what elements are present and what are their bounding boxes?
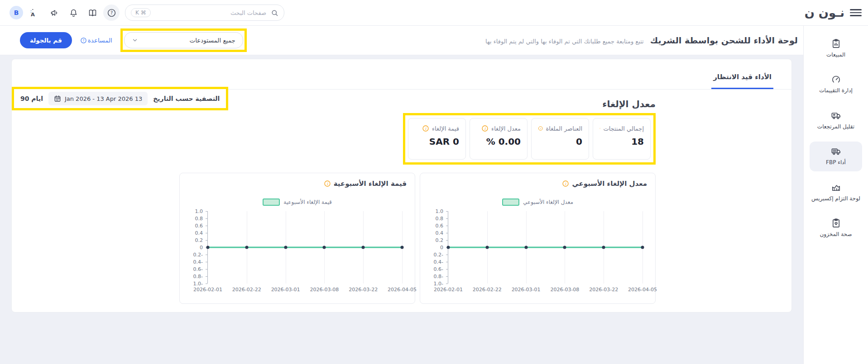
take-tour-button[interactable]: قم بالجولة — [20, 32, 72, 48]
announcements-icon-button[interactable] — [46, 5, 62, 21]
chart-title: قيمة الإلغاء الأسبوعية — [334, 180, 407, 188]
translate-icon: xA — [31, 8, 40, 18]
bell-icon — [69, 8, 78, 18]
sidebar-item-sales[interactable]: المبيعات — [810, 34, 862, 63]
stat-label: إجمالي المنتجات — [603, 125, 644, 132]
sidebar-item-label: تقليل المرتجعات — [817, 123, 854, 131]
tab-row: الأداء قيد الانتظار — [12, 59, 791, 90]
tour-highlight-dropdown: جميع المستودعات — [120, 28, 247, 52]
svg-text:i: i — [540, 127, 542, 130]
sidebar-item-fbp-performance[interactable]: أداء FBP — [810, 142, 862, 171]
chart-weekly-cancellation-rate: معدل الإلغاء الأسبوعي i معدل الإلغاء الأ… — [420, 173, 656, 304]
legend-swatch — [502, 199, 519, 206]
user-avatar[interactable]: B — [10, 6, 23, 19]
tab-pending-performance[interactable]: الأداء قيد الانتظار — [711, 73, 773, 89]
question-circle-icon: ? — [80, 37, 87, 44]
cancellation-section: معدل الإلغاء التصفية حسب التاريخ 13 Jan … — [12, 90, 791, 109]
days-count-badge: 90 ايام — [20, 95, 43, 102]
help-circle-icon: ? — [107, 8, 116, 18]
svg-text:i: i — [425, 127, 427, 131]
chart-body: 1.00.80.60.40.20-0.2-0.4-0.6-0.8-1.0 202… — [188, 211, 407, 298]
topbar: ن نـون K ⌘ ? xA B — [0, 0, 868, 26]
chart-yaxis: 1.00.80.60.40.20-0.2-0.4-0.6-0.8-1.0 — [428, 211, 448, 284]
title-group: لوحة الأداء للشحن بواسطة الشريك تتبع ومت… — [485, 35, 798, 45]
tour-highlight-date-filter: التصفية حسب التاريخ 13 Jan 2026 - 13 Apr… — [12, 87, 228, 110]
sidebar-item-reviews[interactable]: إدارة التقييمات — [810, 70, 862, 99]
stat-value: SAR 0 — [415, 136, 459, 147]
info-icon[interactable]: i — [422, 125, 429, 132]
chart-legend: قيمة الإلغاء الأسبوعية — [188, 199, 407, 206]
stat-value: 18 — [599, 136, 644, 147]
sidebar-item-express-commitment[interactable]: لوحة التزام إكسبريس — [810, 178, 862, 207]
chart-plot: 2026-02-012026-02-222026-03-012026-03-08… — [208, 211, 402, 284]
sidebar-item-label: لوحة التزام إكسبريس — [811, 195, 860, 203]
stat-card-total-products: إجمالي المنتجات i 18 — [593, 118, 651, 160]
date-range-button[interactable]: 13 Jan 2026 - 13 Apr 2026 — [48, 92, 148, 105]
stat-card-cancellation-rate: معدل الإلغاء i % 0.00 — [470, 118, 528, 160]
chart-body: 1.00.80.60.40.20-0.2-0.4-0.6-0.8-1.0 202… — [428, 211, 647, 298]
sidebar-item-label: أداء FBP — [826, 159, 846, 166]
help-link[interactable]: المساعدة ? — [80, 37, 112, 44]
truck-icon — [831, 146, 841, 156]
truck-return-icon — [831, 110, 841, 121]
shell: المبيعات إدارة التقييمات تقليل المرتجعات… — [0, 26, 868, 364]
chevron-down-icon — [132, 37, 138, 43]
tour-highlight-stats: إجمالي المنتجات i 18 العناصر الملغاة i 0 — [403, 113, 656, 165]
info-icon[interactable]: i — [599, 125, 600, 132]
info-icon[interactable]: i — [562, 180, 569, 187]
stat-label: معدل الإلغاء — [491, 125, 521, 132]
warehouse-dropdown[interactable]: جميع المستودعات — [124, 32, 243, 48]
sidebar-item-returns[interactable]: تقليل المرتجعات — [810, 106, 862, 135]
date-filter-label: التصفية حسب التاريخ — [153, 95, 220, 102]
hamburger-menu-icon[interactable] — [850, 8, 862, 18]
stat-card-cancellation-value: قيمة الإلغاء i SAR 0 — [408, 118, 466, 160]
chart-legend-label: قيمة الإلغاء الأسبوعية — [283, 199, 332, 205]
date-range-value: 13 Jan 2026 - 13 Apr 2026 — [65, 95, 142, 102]
sidebar-item-label: إدارة التقييمات — [819, 87, 853, 95]
svg-text:?: ? — [82, 38, 84, 43]
clipboard-chart-icon — [831, 38, 841, 49]
svg-text:A: A — [31, 11, 35, 18]
performance-panel: الأداء قيد الانتظار معدل الإلغاء التصفية… — [11, 59, 792, 312]
megaphone-icon — [50, 8, 59, 18]
help-icon-button[interactable]: ? — [103, 5, 120, 21]
svg-text:i: i — [565, 182, 567, 186]
info-icon[interactable]: i — [481, 125, 489, 132]
info-icon[interactable]: i — [324, 180, 331, 187]
search-bar[interactable]: K ⌘ — [125, 5, 284, 21]
stats-row: إجمالي المنتجات i 18 العناصر الملغاة i 0 — [12, 109, 791, 165]
calendar-icon — [54, 95, 61, 102]
charts-row: معدل الإلغاء الأسبوعي i معدل الإلغاء الأ… — [12, 165, 791, 312]
search-icon — [271, 9, 278, 17]
chart-title: معدل الإلغاء الأسبوعي — [572, 180, 647, 188]
sidebar: المبيعات إدارة التقييمات تقليل المرتجعات… — [803, 26, 868, 364]
chart-plot: 2026-02-012026-02-222026-03-012026-03-08… — [448, 211, 643, 284]
docs-icon-button[interactable] — [84, 5, 101, 21]
noon-logo-word: نـون — [819, 6, 844, 19]
stat-label: العناصر الملغاة — [546, 125, 582, 132]
stat-card-cancelled-items: العناصر الملغاة i 0 — [531, 118, 589, 160]
search-input[interactable] — [154, 9, 267, 17]
stat-value: % 0.00 — [476, 136, 521, 147]
info-icon[interactable]: i — [538, 125, 543, 132]
brand-logo: ن نـون — [805, 6, 844, 19]
chart-weekly-cancellation-value: قيمة الإلغاء الأسبوعية i قيمة الإلغاء ال… — [179, 173, 415, 304]
book-icon — [88, 8, 97, 18]
svg-text:?: ? — [110, 10, 112, 15]
sidebar-item-inventory-health[interactable]: صحة المخزون — [810, 213, 862, 243]
content-area: الأداء قيد الانتظار معدل الإلغاء التصفية… — [0, 55, 803, 364]
sidebar-item-label: المبيعات — [826, 51, 845, 59]
chart-legend: معدل الإلغاء الأسبوعي — [428, 199, 647, 206]
search-shortcut-badge: K ⌘ — [131, 8, 151, 17]
legend-swatch — [263, 199, 280, 206]
app-window: ن نـون K ⌘ ? xA B ال — [0, 0, 868, 364]
svg-text:i: i — [326, 182, 328, 186]
warehouse-dropdown-value: جميع المستودعات — [189, 37, 235, 44]
main-column: لوحة الأداء للشحن بواسطة الشريك تتبع ومت… — [0, 26, 803, 364]
page-subtitle: تتبع ومتابعة جميع طلباتك التي تم الوفاء … — [485, 38, 644, 45]
language-icon-button[interactable]: xA — [27, 5, 43, 21]
notifications-icon-button[interactable] — [65, 5, 82, 21]
area-chart-icon — [831, 182, 841, 193]
page-title: لوحة الأداء للشحن بواسطة الشريك — [650, 35, 798, 45]
noon-logo-mark: ن — [805, 6, 815, 19]
